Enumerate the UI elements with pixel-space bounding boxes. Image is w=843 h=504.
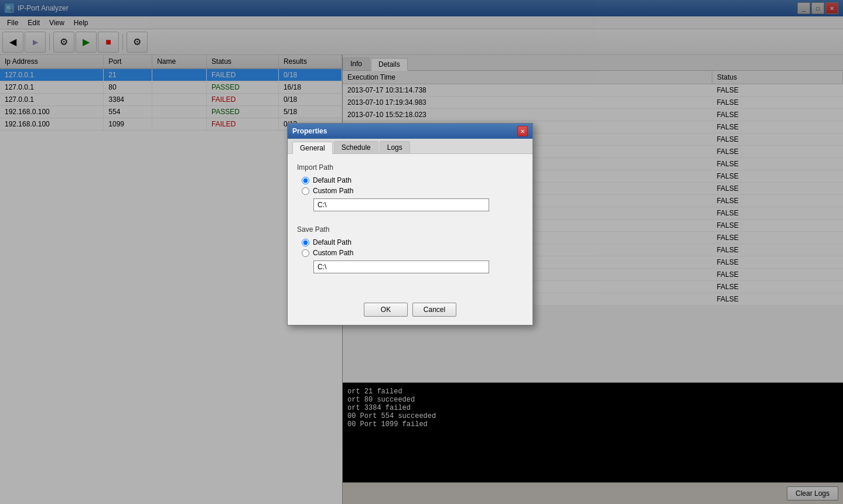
save-path-label: Save Path <box>297 225 523 234</box>
import-default-option[interactable]: Default Path <box>302 176 523 184</box>
save-default-radio[interactable] <box>302 239 309 246</box>
modal-overlay: Properties ✕ General Schedule Logs Impor… <box>0 0 843 504</box>
save-default-label: Default Path <box>313 238 351 246</box>
save-custom-label: Custom Path <box>313 249 353 257</box>
dialog-footer: OK Cancel <box>288 297 533 325</box>
dialog-tab-general[interactable]: General <box>292 142 333 154</box>
import-custom-radio[interactable] <box>302 187 309 195</box>
save-default-option[interactable]: Default Path <box>302 238 523 246</box>
dialog-tab-schedule[interactable]: Schedule <box>334 141 378 153</box>
save-path-input[interactable] <box>313 260 489 273</box>
import-path-section: Import Path Default Path Custom Path <box>297 163 523 218</box>
dialog-titlebar: Properties ✕ <box>288 124 533 139</box>
cancel-button[interactable]: Cancel <box>412 303 456 317</box>
dialog-tabs: General Schedule Logs <box>288 139 533 154</box>
dialog-close-button[interactable]: ✕ <box>517 126 528 136</box>
import-path-input[interactable] <box>313 198 489 211</box>
import-custom-option[interactable]: Custom Path <box>302 187 523 195</box>
import-path-radio-group: Default Path Custom Path <box>302 176 523 218</box>
import-custom-label: Custom Path <box>313 187 353 195</box>
save-custom-radio[interactable] <box>302 249 309 257</box>
import-path-label: Import Path <box>297 163 523 172</box>
dialog-title: Properties <box>292 127 327 135</box>
properties-dialog: Properties ✕ General Schedule Logs Impor… <box>287 123 533 325</box>
ok-button[interactable]: OK <box>364 303 408 317</box>
save-path-section: Save Path Default Path Custom Path <box>297 225 523 280</box>
import-default-label: Default Path <box>313 176 351 184</box>
dialog-tab-logs[interactable]: Logs <box>380 141 410 153</box>
dialog-body: Import Path Default Path Custom Path Sav… <box>288 154 533 297</box>
import-default-radio[interactable] <box>302 177 309 184</box>
save-custom-option[interactable]: Custom Path <box>302 249 523 257</box>
save-path-radio-group: Default Path Custom Path <box>302 238 523 280</box>
